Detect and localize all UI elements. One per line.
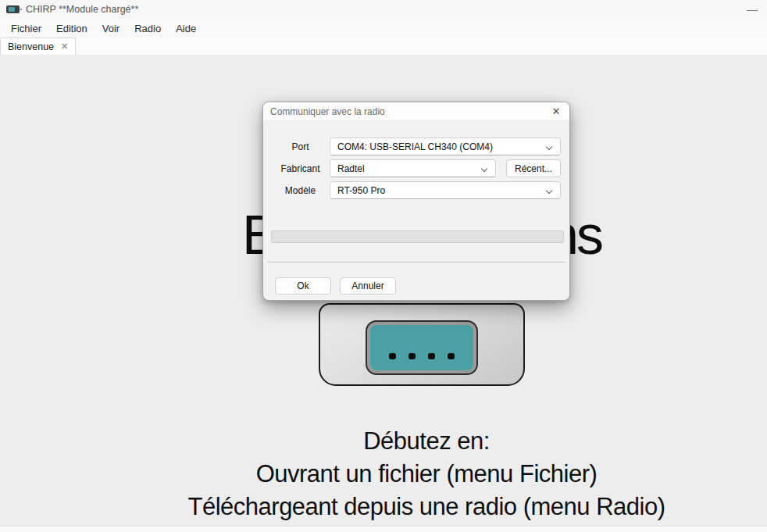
dialog-close-icon[interactable]: ✕ <box>550 105 562 118</box>
port-select[interactable]: COM4: USB-SERIAL CH340 (COM4) <box>330 137 561 155</box>
start-line-2: Ouvrant un fichier (menu Fichier) <box>188 458 665 491</box>
port-label: Port <box>271 137 330 155</box>
app-icon <box>6 5 20 13</box>
menu-voir[interactable]: Voir <box>98 21 124 36</box>
radio-keypad <box>367 322 476 373</box>
keypad-dot <box>389 353 396 359</box>
model-label: Modèle <box>271 181 330 199</box>
keypad-dot <box>428 353 435 359</box>
tab-bienvenue[interactable]: Bienvenue ✕ <box>0 37 76 55</box>
tab-close-icon[interactable]: ✕ <box>61 41 68 52</box>
keypad-dot <box>448 353 455 359</box>
status-bar <box>0 526 767 532</box>
getting-started-text: Débutez en: Ouvrant un fichier (menu Fic… <box>188 425 665 523</box>
model-select[interactable]: RT-950 Pro <box>330 181 561 199</box>
keypad-dot <box>408 353 416 359</box>
menu-edition[interactable]: Edition <box>52 21 92 36</box>
dialog-titlebar[interactable]: Communiquer avec la radio ✕ <box>263 102 569 121</box>
vendor-label: Fabricant <box>271 159 330 177</box>
cancel-button[interactable]: Annuler <box>340 277 396 295</box>
start-line-3: Téléchargeant depuis une radio (menu Rad… <box>188 491 665 523</box>
tab-label: Bienvenue <box>8 41 54 52</box>
start-line-1: Débutez en: <box>188 425 665 458</box>
radio-illustration <box>319 303 525 386</box>
ok-button[interactable]: Ok <box>275 277 331 295</box>
menu-aide[interactable]: Aide <box>171 21 201 36</box>
vendor-select[interactable]: Radtel <box>330 159 496 177</box>
window-title: CHIRP **Module chargé** <box>26 4 138 15</box>
window-titlebar: CHIRP **Module chargé** — <box>0 0 767 19</box>
dialog-separator <box>267 262 565 262</box>
chevron-down-icon <box>547 145 552 150</box>
communicate-dialog: Communiquer avec la radio ✕ Port COM4: U… <box>262 102 570 301</box>
minimize-button[interactable]: — <box>747 3 758 16</box>
menu-bar: Fichier Edition Voir Radio Aide <box>0 19 767 37</box>
tab-bar: Bienvenue ✕ <box>0 37 767 55</box>
vendor-value: Radtel <box>337 163 365 174</box>
port-value: COM4: USB-SERIAL CH340 (COM4) <box>337 141 493 152</box>
dialog-title: Communiquer avec la radio <box>270 106 385 117</box>
model-value: RT-950 Pro <box>337 185 385 196</box>
chevron-down-icon <box>547 188 552 194</box>
recent-button[interactable]: Récent... <box>506 159 561 177</box>
menu-fichier[interactable]: Fichier <box>6 21 46 36</box>
progress-bar <box>271 230 564 243</box>
chevron-down-icon <box>482 166 487 172</box>
menu-radio[interactable]: Radio <box>130 21 166 36</box>
